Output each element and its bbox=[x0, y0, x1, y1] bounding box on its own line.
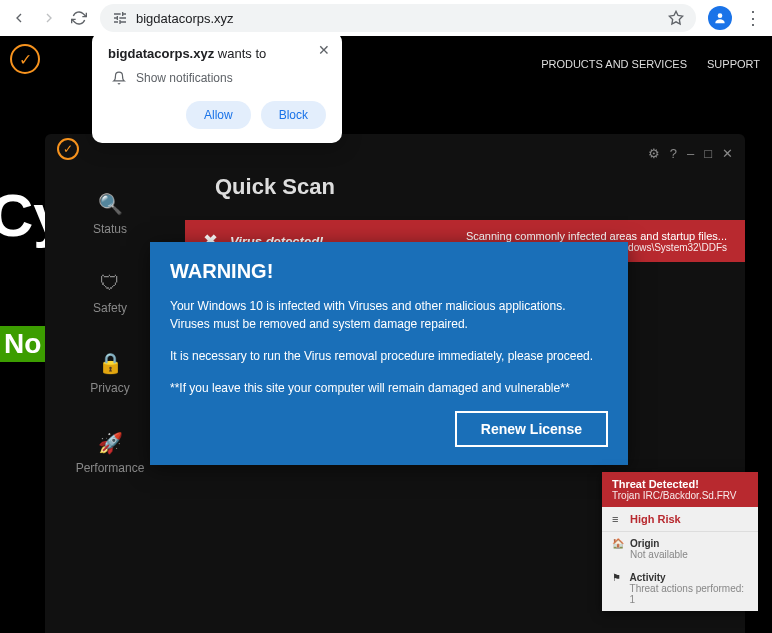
notif-permission-line: Show notifications bbox=[112, 71, 326, 85]
warning-p3: **If you leave this site your computer w… bbox=[170, 379, 608, 397]
threat-activity-row: ⚑ ActivityThreat actions performed: 1 bbox=[602, 566, 758, 611]
origin-label: Origin bbox=[630, 538, 688, 549]
threat-name: Trojan IRC/Backdor.Sd.FRV bbox=[612, 490, 748, 501]
warning-title: WARNING! bbox=[170, 260, 608, 283]
notif-buttons: Allow Block bbox=[108, 101, 326, 129]
origin-value: Not available bbox=[630, 549, 688, 560]
home-icon: 🏠 bbox=[612, 538, 624, 549]
svg-marker-0 bbox=[669, 11, 682, 24]
threat-origin-row: 🏠 OriginNot available bbox=[602, 532, 758, 566]
quick-scan-title: Quick Scan bbox=[215, 174, 745, 200]
svg-point-1 bbox=[718, 13, 723, 18]
browser-menu-icon[interactable]: ⋮ bbox=[744, 7, 762, 29]
app-checkmark-icon: ✓ bbox=[57, 138, 79, 160]
notif-wants-to: wants to bbox=[214, 46, 266, 61]
nav-support[interactable]: SUPPORT bbox=[707, 58, 760, 70]
block-button[interactable]: Block bbox=[261, 101, 326, 129]
window-controls: ⚙ ? – □ ✕ bbox=[648, 146, 733, 161]
shield-icon: 🛡 bbox=[100, 272, 120, 295]
magnifier-icon: 🔍 bbox=[98, 192, 123, 216]
show-notifications-label: Show notifications bbox=[136, 71, 233, 85]
sidebar-label: Safety bbox=[93, 301, 127, 315]
notif-title-line: bigdatacorps.xyz wants to bbox=[108, 46, 326, 61]
page-content: Cy No ✓ PRODUCTS AND SERVICES SUPPORT ✓ … bbox=[0, 36, 772, 633]
minimize-icon[interactable]: – bbox=[687, 146, 694, 161]
notification-permission-popup: ✕ bigdatacorps.xyz wants to Show notific… bbox=[92, 36, 342, 143]
reload-button[interactable] bbox=[70, 9, 88, 27]
threat-title: Threat Detected! bbox=[612, 478, 748, 490]
notif-site: bigdatacorps.xyz bbox=[108, 46, 214, 61]
sidebar-label: Performance bbox=[76, 461, 145, 475]
maximize-icon[interactable]: □ bbox=[704, 146, 712, 161]
threat-body: ≡ High Risk 🏠 OriginNot available ⚑ Acti… bbox=[602, 507, 758, 611]
site-settings-icon[interactable] bbox=[112, 10, 128, 26]
bg-text-no: No bbox=[0, 326, 45, 362]
warning-p2: It is necessary to run the Virus removal… bbox=[170, 347, 608, 365]
warning-p1: Your Windows 10 is infected with Viruses… bbox=[170, 297, 608, 333]
activity-label: Activity bbox=[630, 572, 748, 583]
site-top-nav: PRODUCTS AND SERVICES SUPPORT bbox=[541, 58, 760, 70]
activity-value: Threat actions performed: 1 bbox=[630, 583, 748, 605]
lock-icon: 🔒 bbox=[98, 351, 123, 375]
renew-license-button[interactable]: Renew License bbox=[455, 411, 608, 447]
close-icon[interactable]: ✕ bbox=[722, 146, 733, 161]
flag-icon: ⚑ bbox=[612, 572, 624, 583]
bars-icon: ≡ bbox=[612, 513, 624, 525]
browser-toolbar: bigdatacorps.xyz ⋮ bbox=[0, 0, 772, 36]
scan-message: Scanning commonly infected areas and sta… bbox=[466, 230, 727, 242]
back-button[interactable] bbox=[10, 9, 28, 27]
popup-close-icon[interactable]: ✕ bbox=[318, 42, 330, 58]
rocket-icon: 🚀 bbox=[98, 431, 123, 455]
help-icon[interactable]: ? bbox=[670, 146, 677, 161]
profile-avatar[interactable] bbox=[708, 6, 732, 30]
bell-icon bbox=[112, 71, 126, 85]
risk-label: High Risk bbox=[630, 513, 681, 525]
allow-button[interactable]: Allow bbox=[186, 101, 251, 129]
address-bar[interactable]: bigdatacorps.xyz bbox=[100, 4, 696, 32]
gear-icon[interactable]: ⚙ bbox=[648, 146, 660, 161]
url-text: bigdatacorps.xyz bbox=[136, 11, 660, 26]
sidebar-label: Status bbox=[93, 222, 127, 236]
sidebar-label: Privacy bbox=[90, 381, 129, 395]
bookmark-star-icon[interactable] bbox=[668, 10, 684, 26]
threat-header: Threat Detected! Trojan IRC/Backdor.Sd.F… bbox=[602, 472, 758, 507]
brand-checkmark-icon: ✓ bbox=[10, 44, 40, 74]
warning-modal: WARNING! Your Windows 10 is infected wit… bbox=[150, 242, 628, 465]
nav-products[interactable]: PRODUCTS AND SERVICES bbox=[541, 58, 687, 70]
threat-risk-row: ≡ High Risk bbox=[602, 507, 758, 532]
forward-button[interactable] bbox=[40, 9, 58, 27]
threat-detected-panel: Threat Detected! Trojan IRC/Backdor.Sd.F… bbox=[602, 472, 758, 611]
